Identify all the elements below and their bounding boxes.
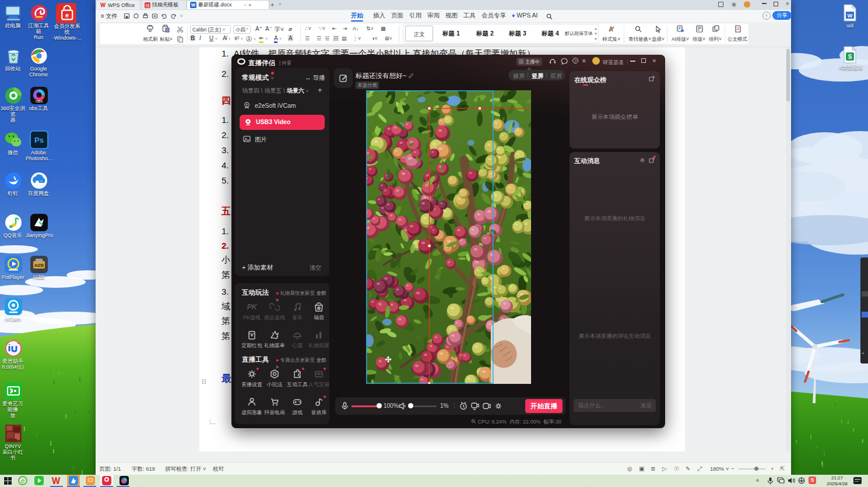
svg-text:W: W [848, 13, 853, 19]
svg-text:W: W [191, 2, 195, 8]
svg-text:Ps: Ps [34, 136, 44, 144]
svg-text:S: S [848, 54, 852, 60]
svg-text:e: e [65, 12, 69, 19]
svg-text:AIZB: AIZB [34, 263, 44, 267]
svg-text:PK: PK [247, 303, 257, 311]
svg-text:OBS: OBS [36, 100, 43, 103]
svg-text:找: 找 [145, 3, 150, 7]
